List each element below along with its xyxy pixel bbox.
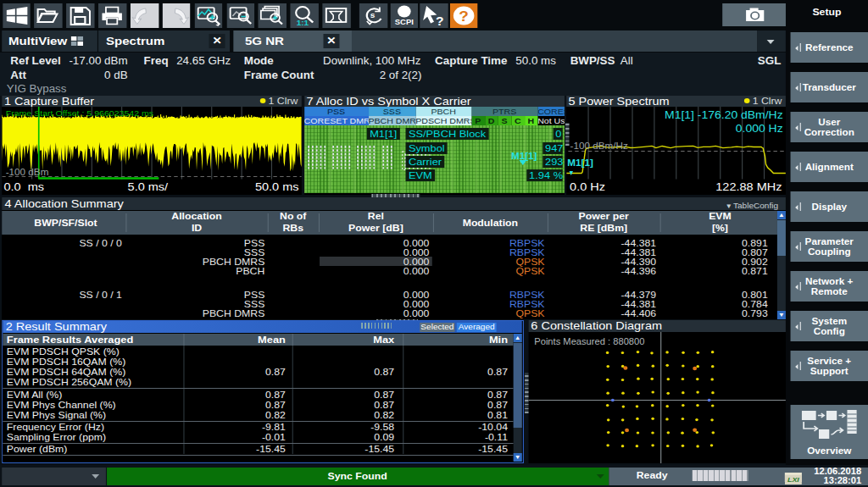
svg-text:M1[1]: M1[1] (567, 158, 593, 168)
svg-text:SCPI: SCPI (394, 19, 413, 26)
svg-text:?: ? (459, 8, 469, 25)
svg-text:-100 dBm/Hz: -100 dBm/Hz (570, 141, 627, 151)
svg-text:s: s (370, 11, 376, 19)
svg-text:-100 dBm: -100 dBm (6, 168, 49, 177)
svg-text:?: ? (436, 15, 444, 28)
svg-text:1:1: 1:1 (297, 19, 309, 27)
svg-text:Frame Start Offset : 5.9660235: Frame Start Offset : 5.966023542 ms (6, 109, 153, 118)
